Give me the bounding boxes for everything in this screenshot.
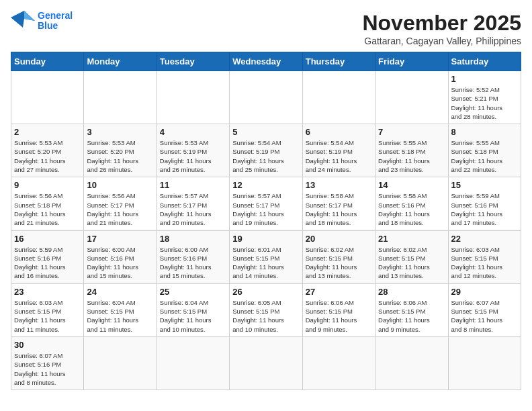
calendar-cell: 14Sunrise: 5:58 AM Sunset: 5:16 PM Dayli… xyxy=(375,177,448,230)
day-info: Sunrise: 5:55 AM Sunset: 5:18 PM Dayligh… xyxy=(378,138,445,174)
calendar-cell: 16Sunrise: 5:59 AM Sunset: 5:16 PM Dayli… xyxy=(11,230,84,283)
day-info: Sunrise: 6:00 AM Sunset: 5:16 PM Dayligh… xyxy=(160,245,226,281)
day-info: Sunrise: 5:55 AM Sunset: 5:18 PM Dayligh… xyxy=(451,138,518,174)
day-number: 15 xyxy=(451,180,518,190)
day-info: Sunrise: 6:07 AM Sunset: 5:15 PM Dayligh… xyxy=(451,298,518,334)
calendar-cell xyxy=(84,336,157,390)
calendar-cell xyxy=(448,336,521,390)
calendar-cell xyxy=(84,71,157,124)
day-info: Sunrise: 6:01 AM Sunset: 5:15 PM Dayligh… xyxy=(232,245,299,281)
day-info: Sunrise: 5:57 AM Sunset: 5:17 PM Dayligh… xyxy=(232,191,299,227)
calendar-cell: 2Sunrise: 5:53 AM Sunset: 5:20 PM Daylig… xyxy=(11,124,84,177)
calendar-cell: 5Sunrise: 5:54 AM Sunset: 5:19 PM Daylig… xyxy=(230,124,302,177)
day-number: 27 xyxy=(306,287,372,297)
day-number: 25 xyxy=(160,287,226,297)
day-info: Sunrise: 6:05 AM Sunset: 5:15 PM Dayligh… xyxy=(232,298,299,334)
day-number: 1 xyxy=(451,74,518,84)
calendar-cell: 29Sunrise: 6:07 AM Sunset: 5:15 PM Dayli… xyxy=(448,283,521,336)
day-number: 12 xyxy=(232,180,299,190)
day-info: Sunrise: 5:53 AM Sunset: 5:20 PM Dayligh… xyxy=(14,138,81,174)
day-info: Sunrise: 5:53 AM Sunset: 5:19 PM Dayligh… xyxy=(160,138,226,174)
logo-general: General xyxy=(38,10,73,21)
calendar-cell: 8Sunrise: 5:55 AM Sunset: 5:18 PM Daylig… xyxy=(448,124,521,177)
calendar-cell xyxy=(157,71,229,124)
calendar-table: SundayMondayTuesdayWednesdayThursdayFrid… xyxy=(11,52,521,390)
day-number: 2 xyxy=(14,127,81,137)
calendar-week-1: 2Sunrise: 5:53 AM Sunset: 5:20 PM Daylig… xyxy=(11,124,521,177)
day-info: Sunrise: 6:06 AM Sunset: 5:15 PM Dayligh… xyxy=(378,298,445,334)
title-area: November 2025 Gattaran, Cagayan Valley, … xyxy=(362,11,521,46)
calendar-cell: 17Sunrise: 6:00 AM Sunset: 5:16 PM Dayli… xyxy=(84,230,157,283)
calendar-cell xyxy=(157,336,229,390)
day-info: Sunrise: 5:52 AM Sunset: 5:21 PM Dayligh… xyxy=(451,85,518,121)
calendar-cell xyxy=(375,336,448,390)
day-info: Sunrise: 5:59 AM Sunset: 5:16 PM Dayligh… xyxy=(14,245,81,281)
weekday-friday: Friday xyxy=(375,52,448,71)
day-info: Sunrise: 6:00 AM Sunset: 5:16 PM Dayligh… xyxy=(87,245,153,281)
calendar-week-4: 23Sunrise: 6:03 AM Sunset: 5:15 PM Dayli… xyxy=(11,283,521,336)
day-number: 11 xyxy=(160,180,226,190)
day-info: Sunrise: 5:59 AM Sunset: 5:16 PM Dayligh… xyxy=(451,191,518,227)
day-number: 7 xyxy=(378,127,445,137)
calendar-cell: 19Sunrise: 6:01 AM Sunset: 5:15 PM Dayli… xyxy=(230,230,302,283)
day-number: 10 xyxy=(87,180,153,190)
day-number: 19 xyxy=(232,234,299,244)
logo: General Blue xyxy=(11,11,73,32)
weekday-saturday: Saturday xyxy=(448,52,521,71)
calendar-cell: 12Sunrise: 5:57 AM Sunset: 5:17 PM Dayli… xyxy=(230,177,302,230)
day-info: Sunrise: 5:57 AM Sunset: 5:17 PM Dayligh… xyxy=(160,191,226,227)
day-number: 26 xyxy=(232,287,299,297)
day-info: Sunrise: 6:06 AM Sunset: 5:15 PM Dayligh… xyxy=(306,298,372,334)
weekday-monday: Monday xyxy=(84,52,157,71)
day-number: 4 xyxy=(160,127,226,137)
day-info: Sunrise: 6:03 AM Sunset: 5:15 PM Dayligh… xyxy=(451,245,518,281)
calendar-cell: 28Sunrise: 6:06 AM Sunset: 5:15 PM Dayli… xyxy=(375,283,448,336)
calendar-cell: 4Sunrise: 5:53 AM Sunset: 5:19 PM Daylig… xyxy=(157,124,229,177)
day-number: 17 xyxy=(87,234,153,244)
calendar-cell: 3Sunrise: 5:53 AM Sunset: 5:20 PM Daylig… xyxy=(84,124,157,177)
calendar-cell: 22Sunrise: 6:03 AM Sunset: 5:15 PM Dayli… xyxy=(448,230,521,283)
day-number: 28 xyxy=(378,287,445,297)
calendar-cell: 20Sunrise: 6:02 AM Sunset: 5:15 PM Dayli… xyxy=(302,230,375,283)
calendar-cell: 26Sunrise: 6:05 AM Sunset: 5:15 PM Dayli… xyxy=(230,283,302,336)
weekday-tuesday: Tuesday xyxy=(157,52,229,71)
day-info: Sunrise: 6:07 AM Sunset: 5:16 PM Dayligh… xyxy=(14,351,81,387)
location-title: Gattaran, Cagayan Valley, Philippines xyxy=(362,36,521,46)
calendar-cell: 9Sunrise: 5:56 AM Sunset: 5:18 PM Daylig… xyxy=(11,177,84,230)
calendar-cell: 25Sunrise: 6:04 AM Sunset: 5:15 PM Dayli… xyxy=(157,283,229,336)
calendar-cell xyxy=(230,71,302,124)
calendar-week-2: 9Sunrise: 5:56 AM Sunset: 5:18 PM Daylig… xyxy=(11,177,521,230)
day-info: Sunrise: 6:04 AM Sunset: 5:15 PM Dayligh… xyxy=(160,298,226,334)
weekday-sunday: Sunday xyxy=(11,52,84,71)
calendar-cell: 21Sunrise: 6:02 AM Sunset: 5:15 PM Dayli… xyxy=(375,230,448,283)
day-number: 24 xyxy=(87,287,153,297)
day-number: 9 xyxy=(14,180,81,190)
svg-marker-1 xyxy=(24,11,35,21)
calendar-cell: 30Sunrise: 6:07 AM Sunset: 5:16 PM Dayli… xyxy=(11,336,84,390)
calendar-cell: 24Sunrise: 6:04 AM Sunset: 5:15 PM Dayli… xyxy=(84,283,157,336)
calendar-week-5: 30Sunrise: 6:07 AM Sunset: 5:16 PM Dayli… xyxy=(11,336,521,390)
day-number: 13 xyxy=(306,180,372,190)
calendar-cell xyxy=(230,336,302,390)
calendar-cell: 15Sunrise: 5:59 AM Sunset: 5:16 PM Dayli… xyxy=(448,177,521,230)
calendar-cell xyxy=(11,71,84,124)
calendar-cell xyxy=(375,71,448,124)
calendar-cell: 23Sunrise: 6:03 AM Sunset: 5:15 PM Dayli… xyxy=(11,283,84,336)
calendar-cell: 1Sunrise: 5:52 AM Sunset: 5:21 PM Daylig… xyxy=(448,71,521,124)
calendar-cell xyxy=(302,71,375,124)
day-number: 14 xyxy=(378,180,445,190)
calendar-cell: 27Sunrise: 6:06 AM Sunset: 5:15 PM Dayli… xyxy=(302,283,375,336)
day-number: 6 xyxy=(306,127,372,137)
day-number: 29 xyxy=(451,287,518,297)
day-number: 30 xyxy=(14,340,81,350)
day-info: Sunrise: 5:56 AM Sunset: 5:17 PM Dayligh… xyxy=(87,191,153,227)
day-number: 3 xyxy=(87,127,153,137)
calendar-cell: 7Sunrise: 5:55 AM Sunset: 5:18 PM Daylig… xyxy=(375,124,448,177)
day-info: Sunrise: 6:04 AM Sunset: 5:15 PM Dayligh… xyxy=(87,298,153,334)
day-info: Sunrise: 5:54 AM Sunset: 5:19 PM Dayligh… xyxy=(306,138,372,174)
calendar-week-3: 16Sunrise: 5:59 AM Sunset: 5:16 PM Dayli… xyxy=(11,230,521,283)
calendar-cell: 11Sunrise: 5:57 AM Sunset: 5:17 PM Dayli… xyxy=(157,177,229,230)
day-number: 8 xyxy=(451,127,518,137)
day-info: Sunrise: 6:03 AM Sunset: 5:15 PM Dayligh… xyxy=(14,298,81,334)
day-number: 23 xyxy=(14,287,81,297)
